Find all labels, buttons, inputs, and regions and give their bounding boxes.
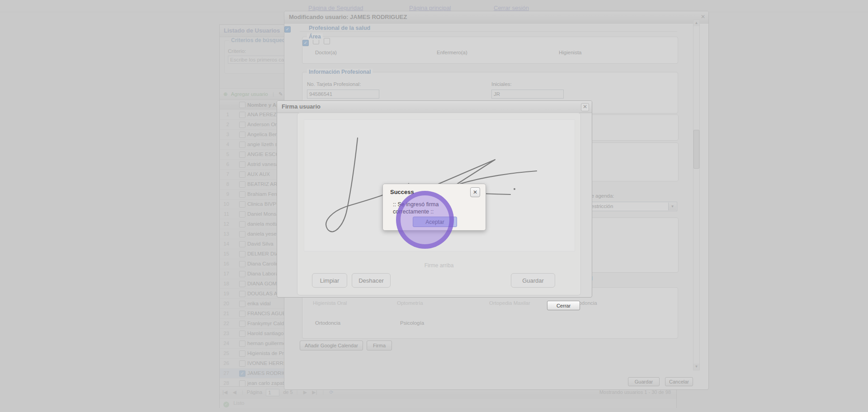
success-message-line2: correctamente :: xyxy=(393,208,434,215)
accept-button[interactable]: Aceptar xyxy=(413,217,457,227)
success-dialog-title: Success xyxy=(390,189,414,195)
success-dialog: Success ✕ :: Se ingresó firma correctame… xyxy=(382,184,486,231)
success-close-icon[interactable]: ✕ xyxy=(470,187,480,197)
success-message-line1: :: Se ingresó firma xyxy=(393,201,439,208)
close-signature-modal-button[interactable]: Cerrar xyxy=(547,301,580,310)
